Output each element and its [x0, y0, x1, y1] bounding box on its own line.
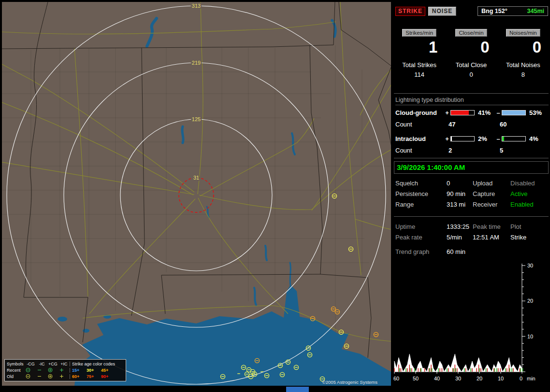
peak-rate-value: 5/min [447, 234, 473, 241]
ic-positive-pct: 2% [476, 135, 495, 142]
legend-col-pos-ic: +IC [58, 362, 70, 366]
total-strikes-value: 114 [393, 71, 445, 78]
legend-col-neg-ic: -IC [36, 362, 47, 366]
trend-cloud-ground-bar [513, 368, 514, 372]
cloud-ground-row: Cloud-ground + 41% – 53% [395, 109, 549, 116]
trend-intracloud-bar [421, 368, 422, 372]
mode-row: STRIKE NOISE Bng 152° 345mi [395, 6, 548, 16]
total-close-label: Total Close [445, 61, 497, 69]
minus-sign: – [495, 135, 502, 142]
lightning-map[interactable]: 313 219 125 31 Symbols -CG -IC +CG +IC S… [2, 2, 391, 386]
squelch-value: 0 [447, 180, 473, 187]
rate-counters: Strikes/min 1 Total Strikes 114 Close/mi… [393, 29, 549, 78]
x-tick-0: 0 [520, 376, 522, 381]
uptime-label: Uptime [395, 223, 447, 230]
trend-intracloud-bar [505, 368, 506, 372]
upload-label: Upload [473, 180, 510, 187]
trend-cloud-ground-bar [476, 368, 477, 372]
trend-intracloud-bar [405, 368, 406, 372]
age-code: 75+ [87, 374, 101, 379]
x-tick-20: 20 [477, 376, 482, 381]
nexstorm-window: 313 219 125 31 Symbols -CG -IC +CG +IC S… [0, 0, 550, 392]
capture-status: Active [510, 190, 549, 197]
copyright-text: ©2005 Astrogenic Systems [322, 379, 377, 385]
trend-cloud-ground-bar [407, 368, 408, 372]
upload-status: Disabled [510, 180, 549, 187]
map-legend: Symbols -CG -IC +CG +IC Strike age color… [4, 359, 126, 381]
y-tick-10: 10 [527, 334, 533, 339]
neg-ic-icon [36, 367, 47, 373]
trend-cloud-ground-bar [429, 368, 430, 372]
trend-cloud-ground-bar [411, 368, 412, 372]
ring-label-125: 125 [192, 116, 201, 122]
trend-cloud-ground-bar [480, 368, 481, 372]
x-tick-60: 60 [393, 376, 399, 381]
trend-cloud-ground-bar [401, 368, 402, 372]
trend-cloud-ground-bar [442, 368, 443, 372]
total-strikes-label: Total Strikes [393, 61, 445, 69]
trend-graph-label: Trend graph [395, 248, 447, 255]
cloud-ground-label: Cloud-ground [395, 109, 444, 116]
trend-cloud-ground-bar [478, 364, 479, 372]
ic-negative-count: 5 [500, 147, 549, 154]
legend-age-header: Strike age color codes [70, 362, 124, 366]
trend-cloud-ground-bar [457, 368, 458, 372]
trend-intracloud-bar [410, 368, 411, 372]
total-noises-label: Total Noises [497, 61, 549, 69]
trend-cloud-ground-bar [439, 368, 440, 372]
legend-col-pos-cg: +CG [47, 362, 58, 366]
legend-recent-row: Recent 15+ 30+ 45+ [7, 367, 124, 373]
trend-cloud-ground-bar [424, 368, 425, 372]
noises-counter: Noises/min 0 Total Noises 8 [497, 29, 549, 78]
plus-sign: + [444, 109, 450, 116]
peak-rate-label: Peak rate [395, 234, 447, 241]
trend-cloud-ground-bar [500, 368, 501, 372]
trend-total-series [394, 354, 522, 372]
trend-intracloud-bar [399, 368, 400, 372]
neg-cg-icon [25, 367, 36, 373]
trend-cloud-ground-bar [431, 364, 432, 372]
age-code: 60+ [72, 374, 87, 379]
trend-cloud-ground-bar [420, 368, 421, 372]
cg-positive-bar [450, 110, 475, 115]
receiver-status: Enabled [510, 201, 549, 208]
ic-positive-bar [450, 136, 475, 141]
trend-cloud-ground-bar [448, 368, 449, 372]
trend-intracloud-bar [509, 368, 510, 372]
persistence-value: 90 min [447, 190, 473, 197]
strike-button[interactable]: STRIKE [395, 7, 425, 16]
count-label: Count [395, 147, 449, 154]
bearing-range: 345mi [527, 8, 544, 14]
ic-negative-pct: 4% [527, 135, 549, 142]
strikes-counter: Strikes/min 1 Total Strikes 114 [393, 29, 445, 78]
trend-cloud-ground-bar [487, 368, 488, 372]
trend-cloud-ground-bar [507, 368, 507, 372]
squelch-label: Squelch [395, 180, 447, 187]
legend-header-row: Symbols -CG -IC +CG +IC Strike age color… [7, 361, 124, 367]
map-svg: 313 219 125 31 [2, 2, 391, 386]
ring-label-31: 31 [193, 175, 199, 181]
cg-negative-count: 60 [500, 121, 549, 128]
trend-series-layer [394, 354, 523, 372]
trend-graph-period: 60 min [447, 248, 473, 255]
trend-intracloud-bar [438, 368, 439, 372]
taskbar-item-fragment[interactable] [286, 387, 309, 392]
legend-old-row: Old 60+ 75+ 90+ [7, 373, 124, 379]
minus-sign: – [495, 109, 502, 116]
range-label: Range [395, 201, 447, 208]
trend-intracloud-bar [494, 368, 495, 372]
cg-negative-bar [502, 110, 526, 115]
neg-ic-icon [36, 374, 47, 379]
status-grid: Squelch 0 Upload Disabled Persistence 90… [395, 180, 549, 208]
peak-time-label: Peak time [473, 223, 510, 230]
stats-grid: Uptime 1333:25 Peak time Plot Peak rate … [395, 223, 549, 241]
pos-ic-icon [58, 374, 70, 379]
total-noises-value: 8 [497, 71, 549, 78]
trend-intracloud-bar [520, 368, 521, 372]
noise-button[interactable]: NOISE [428, 7, 456, 16]
trend-ticks [394, 266, 525, 374]
strikes-per-min-value: 1 [393, 37, 445, 58]
uptime-value: 1333:25 [447, 223, 473, 230]
pos-ic-icon [58, 367, 70, 373]
range-value: 313 mi [447, 201, 473, 208]
